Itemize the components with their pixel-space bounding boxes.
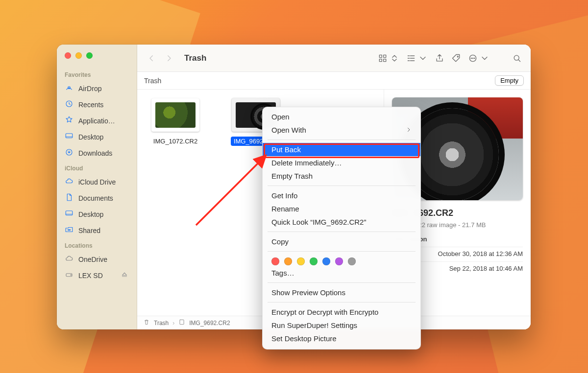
tag-color-red[interactable] xyxy=(271,257,279,265)
tags-button[interactable] xyxy=(451,53,461,63)
window-title: Trash xyxy=(184,53,206,63)
sidebar-item-documents[interactable]: Documents xyxy=(61,190,133,206)
more-button[interactable] xyxy=(468,53,490,63)
desktop-icon xyxy=(65,132,74,142)
sidebar-item-onedrive[interactable]: OneDrive xyxy=(61,252,133,267)
tag-color-blue[interactable] xyxy=(322,257,330,265)
svg-point-8 xyxy=(71,275,72,276)
svg-point-13 xyxy=(457,56,458,57)
sidebar-item-external-drive[interactable]: LEX SD xyxy=(61,268,133,283)
menu-item-put-back[interactable]: Put Back xyxy=(263,143,420,156)
sidebar-item-label: Recents xyxy=(78,101,103,109)
menu-item-delete-immediately[interactable]: Delete Immediately… xyxy=(263,156,420,169)
path-segment[interactable]: Trash xyxy=(154,320,169,326)
drive-icon xyxy=(65,270,74,280)
menu-item-empty-trash[interactable]: Empty Trash xyxy=(263,169,420,183)
menu-item-open[interactable]: Open xyxy=(263,110,420,123)
applications-icon xyxy=(65,116,74,126)
back-button[interactable] xyxy=(146,52,157,64)
sidebar-item-label: Shared xyxy=(78,227,100,234)
sidebar: Favorites AirDrop Recents Applicatio… De… xyxy=(57,45,137,329)
zoom-window-button[interactable] xyxy=(86,52,93,59)
preview-created-value: October 30, 2018 at 12:36 AM xyxy=(438,250,523,257)
shared-folder-icon xyxy=(65,225,74,235)
location-bar: Trash Empty xyxy=(137,72,531,90)
tag-color-purple[interactable] xyxy=(335,257,343,265)
sidebar-item-label: iCloud Drive xyxy=(78,178,116,186)
menu-item-superduper[interactable]: Run SuperDuper! Settings xyxy=(263,319,420,332)
sidebar-item-shared[interactable]: Shared xyxy=(61,223,133,238)
tag-color-green[interactable] xyxy=(310,257,318,265)
sidebar-item-label: LEX SD xyxy=(78,272,103,280)
menu-item-open-with[interactable]: Open With xyxy=(263,123,420,137)
clock-icon xyxy=(65,99,74,110)
window-controls xyxy=(57,49,137,68)
download-icon xyxy=(65,148,74,158)
search-button[interactable] xyxy=(512,53,522,63)
tag-color-row xyxy=(263,255,420,266)
svg-point-5 xyxy=(68,230,69,231)
svg-point-6 xyxy=(69,230,70,231)
menu-item-show-preview-options[interactable]: Show Preview Options xyxy=(263,286,420,299)
sidebar-item-recents[interactable]: Recents xyxy=(61,97,133,112)
group-by-button[interactable] xyxy=(406,53,428,63)
minimize-window-button[interactable] xyxy=(75,52,82,59)
preview-modified-value: Sep 22, 2018 at 10:46 AM xyxy=(449,265,523,272)
sidebar-item-airdrop[interactable]: AirDrop xyxy=(61,81,133,96)
forward-button[interactable] xyxy=(164,52,174,64)
view-mode-button[interactable] xyxy=(378,53,399,63)
sidebar-section-header: iCloud xyxy=(57,161,137,174)
chevron-right-icon xyxy=(406,126,412,134)
cloud-icon xyxy=(65,254,74,264)
svg-rect-10 xyxy=(384,55,386,57)
sidebar-item-label: Desktop xyxy=(78,133,103,141)
svg-point-15 xyxy=(471,58,471,58)
sidebar-item-label: AirDrop xyxy=(78,85,101,93)
close-window-button[interactable] xyxy=(65,52,71,59)
file-icon xyxy=(178,319,185,327)
sidebar-item-label: Applicatio… xyxy=(78,117,115,125)
tag-color-orange[interactable] xyxy=(284,257,292,265)
sidebar-item-desktop[interactable]: Desktop xyxy=(61,129,133,144)
svg-rect-4 xyxy=(66,211,73,215)
context-menu: Open Open With Put Back Delete Immediate… xyxy=(262,107,421,350)
svg-rect-11 xyxy=(379,59,382,61)
svg-rect-19 xyxy=(180,320,184,324)
airdrop-icon xyxy=(65,83,74,93)
file-thumbnail xyxy=(151,98,199,132)
svg-point-16 xyxy=(472,58,473,58)
desktop-icon xyxy=(65,209,74,219)
sidebar-item-desktop-icloud[interactable]: Desktop xyxy=(61,207,133,222)
sidebar-item-label: Desktop xyxy=(78,210,103,218)
chevron-right-icon: › xyxy=(172,320,174,326)
document-icon xyxy=(65,193,74,203)
menu-item-encrypto[interactable]: Encrypt or Decrypt with Encrypto xyxy=(263,305,420,319)
sidebar-section-header: Favorites xyxy=(57,68,137,80)
trash-icon xyxy=(143,319,150,327)
tag-color-yellow[interactable] xyxy=(297,257,305,265)
share-button[interactable] xyxy=(435,53,444,63)
sidebar-item-label: Downloads xyxy=(78,149,112,157)
svg-point-17 xyxy=(474,58,475,58)
file-name[interactable]: IMG_1072.CR2 xyxy=(150,137,200,146)
svg-rect-9 xyxy=(379,55,382,57)
menu-item-rename[interactable]: Rename xyxy=(263,202,420,215)
svg-rect-12 xyxy=(384,59,386,61)
empty-trash-button[interactable]: Empty xyxy=(495,75,524,86)
sidebar-item-downloads[interactable]: Downloads xyxy=(61,145,133,161)
sidebar-item-icloud-drive[interactable]: iCloud Drive xyxy=(61,174,133,189)
sidebar-item-applications[interactable]: Applicatio… xyxy=(61,113,133,128)
menu-item-quick-look[interactable]: Quick Look “IMG_9692.CR2” xyxy=(263,215,420,229)
eject-icon[interactable] xyxy=(120,270,129,280)
tag-color-gray[interactable] xyxy=(348,257,356,265)
menu-item-tags[interactable]: Tags… xyxy=(263,266,420,280)
file-item[interactable]: IMG_1072.CR2 xyxy=(144,98,207,146)
menu-item-set-desktop-picture[interactable]: Set Desktop Picture xyxy=(263,332,420,345)
sidebar-section-header: Locations xyxy=(57,238,137,251)
menu-item-copy[interactable]: Copy xyxy=(263,235,420,248)
path-segment[interactable]: IMG_9692.CR2 xyxy=(189,320,230,326)
sidebar-item-label: Documents xyxy=(78,194,113,202)
location-label: Trash xyxy=(144,77,161,85)
sidebar-item-label: OneDrive xyxy=(78,256,107,263)
menu-item-get-info[interactable]: Get Info xyxy=(263,189,420,202)
